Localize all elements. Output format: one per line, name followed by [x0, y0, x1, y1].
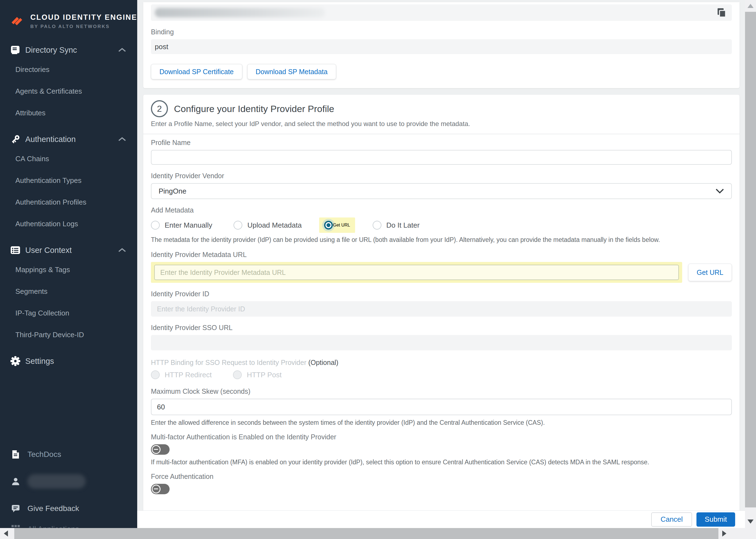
document-icon: [10, 450, 22, 459]
sidebar-section-user-context[interactable]: User Context: [0, 241, 137, 259]
sidebar-item-attributes[interactable]: Attributes: [0, 102, 137, 124]
sidebar-item-techdocs[interactable]: TechDocs: [0, 446, 137, 463]
give-feedback-label: Give Feedback: [28, 504, 79, 513]
sidebar-item-segments[interactable]: Segments: [0, 281, 137, 302]
cancel-button[interactable]: Cancel: [651, 512, 692, 527]
clock-skew-input[interactable]: [151, 399, 732, 415]
force-auth-label: Force Authentication: [151, 473, 732, 481]
sidebar-section-label: Settings: [25, 357, 126, 366]
palo-alto-logo-icon: [10, 9, 23, 33]
sidebar-nav: Directory Sync Directories Agents & Cert…: [0, 41, 137, 370]
radio-upload-metadata[interactable]: Upload Metadata: [234, 221, 302, 230]
redacted-sp-value: [155, 8, 325, 17]
profile-name-label: Profile Name: [151, 139, 732, 147]
radio-circle: [373, 221, 381, 230]
metadata-help-text: The metadata for the identity provider (…: [151, 236, 732, 244]
vertical-scrollbar[interactable]: [745, 0, 756, 528]
step-subtitle: Enter a Profile Name, select your IdP ve…: [151, 120, 732, 128]
chevron-up-icon: [118, 248, 126, 252]
radio-get-url-highlighted[interactable]: Get URL: [319, 217, 355, 233]
sidebar-section-authentication[interactable]: Authentication: [0, 130, 137, 148]
app-title: CLOUD IDENTITY ENGINE: [30, 13, 137, 22]
redacted-username: [28, 474, 86, 489]
add-metadata-label: Add Metadata: [151, 206, 732, 214]
book-icon: [10, 44, 21, 55]
sidebar-section-directory-sync[interactable]: Directory Sync: [0, 41, 137, 59]
binding-value-field: post: [151, 39, 732, 54]
http-binding-radio-group: HTTP Redirect HTTP Post: [151, 370, 732, 379]
idp-id-input: [151, 301, 732, 317]
clock-skew-label: Maximum Clock Skew (seconds): [151, 387, 732, 395]
idp-profile-form: Profile Name Identity Provider Vendor Pi…: [143, 134, 739, 533]
sp-details-card: Binding post Download SP Certificate Dow…: [143, 2, 739, 88]
copy-icon[interactable]: [714, 6, 727, 19]
gear-icon: [10, 355, 21, 366]
binding-label: Binding: [151, 28, 732, 36]
download-sp-metadata-button[interactable]: Download SP Metadata: [247, 64, 336, 79]
sidebar-item-authentication-profiles[interactable]: Authentication Profiles: [0, 192, 137, 213]
scroll-right-arrow-icon[interactable]: [722, 530, 726, 537]
vendor-select[interactable]: PingOne: [151, 183, 732, 199]
metadata-url-highlight: [151, 262, 682, 283]
sidebar-item-authentication-logs[interactable]: Authentication Logs: [0, 213, 137, 235]
scrollbar-corner: [745, 528, 756, 539]
feedback-chat-icon: [10, 504, 22, 513]
horizontal-scrollbar[interactable]: [0, 528, 745, 539]
vertical-scrollbar-thumb[interactable]: [745, 12, 756, 507]
scroll-down-arrow-icon[interactable]: [747, 519, 754, 524]
metadata-url-input[interactable]: [154, 265, 679, 280]
radio-enter-manually[interactable]: Enter Manually: [151, 221, 212, 230]
profile-name-input[interactable]: [151, 150, 732, 165]
sidebar-item-authentication-types[interactable]: Authentication Types: [0, 170, 137, 192]
techdocs-label: TechDocs: [28, 450, 61, 459]
sidebar-section-label: User Context: [25, 246, 118, 255]
sidebar-item-mappings-tags[interactable]: Mappings & Tags: [0, 259, 137, 281]
step-header: 2 Configure your Identity Provider Profi…: [143, 95, 739, 134]
radio-http-redirect: HTTP Redirect: [151, 370, 212, 379]
main-content: Binding post Download SP Certificate Dow…: [137, 0, 745, 539]
sso-url-input: [151, 335, 732, 350]
mfa-help-text: If multi-factor authentication (MFA) is …: [151, 459, 732, 466]
mfa-label: Multi-factor Authentication is Enabled o…: [151, 433, 732, 441]
sidebar-item-directories[interactable]: Directories: [0, 59, 137, 80]
sidebar-item-third-party-device-id[interactable]: Third-Party Device-ID: [0, 324, 137, 346]
radio-http-post: HTTP Post: [233, 370, 282, 379]
submit-button[interactable]: Submit: [696, 512, 735, 527]
vendor-selected-value: PingOne: [159, 187, 186, 195]
step-title: Configure your Identity Provider Profile: [174, 104, 334, 114]
sidebar-section-label: Directory Sync: [25, 45, 118, 55]
sidebar-item-ip-tag-collection[interactable]: IP-Tag Collection: [0, 302, 137, 324]
radio-circle: [151, 221, 160, 230]
download-sp-certificate-button[interactable]: Download SP Certificate: [151, 64, 242, 79]
scroll-up-arrow-icon[interactable]: [747, 4, 754, 8]
key-icon: [10, 134, 21, 145]
sidebar: CLOUD IDENTITY ENGINE BY PALO ALTO NETWO…: [0, 0, 137, 539]
radio-circle-disabled: [233, 370, 242, 379]
sp-entity-field: [151, 4, 732, 21]
radio-do-it-later[interactable]: Do It Later: [373, 221, 420, 230]
sidebar-item-agents-certificates[interactable]: Agents & Certificates: [0, 80, 137, 102]
toggle-knob: [152, 445, 161, 454]
clock-skew-help-text: Enter the allowed difference in seconds …: [151, 419, 732, 426]
idp-profile-card: 2 Configure your Identity Provider Profi…: [143, 95, 739, 533]
user-icon: [10, 477, 22, 486]
force-auth-toggle-off[interactable]: [151, 484, 170, 494]
list-icon: [10, 245, 21, 256]
sidebar-section-settings[interactable]: Settings: [0, 352, 137, 370]
form-action-bar: Cancel Submit: [137, 510, 745, 528]
chevron-up-icon: [118, 137, 126, 141]
radio-circle-selected: [324, 221, 333, 230]
add-metadata-radio-group: Enter Manually Upload Metadata Get URL D…: [151, 217, 732, 233]
mfa-toggle-off[interactable]: [151, 444, 170, 455]
horizontal-scrollbar-thumb[interactable]: [14, 528, 719, 539]
sidebar-item-give-feedback[interactable]: Give Feedback: [0, 500, 137, 517]
sidebar-item-ca-chains[interactable]: CA Chains: [0, 148, 137, 170]
step-number-badge: 2: [151, 100, 168, 117]
scroll-left-arrow-icon[interactable]: [4, 530, 8, 537]
get-url-button[interactable]: Get URL: [688, 264, 732, 281]
metadata-url-label: Identity Provider Metadata URL: [151, 251, 732, 259]
sso-url-label: Identity Provider SSO URL: [151, 324, 732, 332]
idp-id-label: Identity Provider ID: [151, 290, 732, 298]
sidebar-bottom: TechDocs Give Feedback All Applications: [0, 446, 137, 537]
sidebar-user[interactable]: [0, 473, 137, 490]
